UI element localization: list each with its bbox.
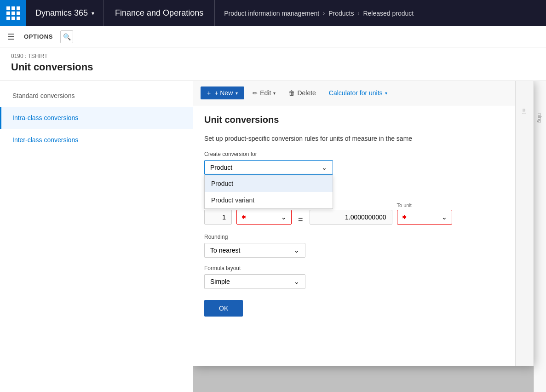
formula-layout-dropdown[interactable]: Simple ⌄ <box>204 274 305 289</box>
far-right-panel: ning <box>534 81 546 392</box>
to-unit-dropdown[interactable]: ✱ ⌄ <box>397 210 452 225</box>
dialog-title: Unit conversions <box>204 115 523 125</box>
formula-layout-label: Formula layout <box>204 265 523 271</box>
breadcrumb-item-2[interactable]: Products <box>328 10 354 17</box>
dialog-subtitle: Set up product-specific conversion rules… <box>204 134 523 144</box>
breadcrumb-item-3[interactable]: Released product <box>363 10 414 17</box>
finance-label: Finance and Operations <box>115 8 203 18</box>
from-value-group <box>204 210 232 225</box>
equals-sign: = <box>296 215 305 225</box>
rounding-group: Rounding To nearest ⌄ <box>204 234 523 258</box>
delete-icon: 🗑 <box>288 89 295 97</box>
sidebar-item-inter[interactable]: Inter-class conversions <box>0 129 193 151</box>
finance-nav-item[interactable]: Finance and Operations <box>104 0 215 26</box>
delete-button[interactable]: 🗑 Delete <box>284 86 320 99</box>
create-conversion-group: Create conversion for Product ⌄ Product <box>204 151 523 175</box>
rounding-label: Rounding <box>204 234 523 240</box>
formula-layout-group: Formula layout Simple ⌄ <box>204 265 523 289</box>
search-icon: 🔍 <box>63 33 71 40</box>
from-unit-asterisk: ✱ <box>241 214 246 220</box>
page-title: Unit conversions <box>11 61 535 73</box>
option-product[interactable]: Product <box>205 175 333 192</box>
from-value-input[interactable] <box>204 210 232 225</box>
dynamics-label: Dynamics 365 <box>35 8 88 18</box>
dropdown-selected-value: Product <box>210 164 232 171</box>
create-conversion-label: Create conversion for <box>204 151 523 157</box>
breadcrumb-item-1[interactable]: Product information management <box>224 10 319 17</box>
edit-button-label: Edit <box>260 89 271 97</box>
rounding-dropdown[interactable]: To nearest ⌄ <box>204 243 305 258</box>
rounding-chevron-icon: ⌄ <box>294 247 299 254</box>
calculator-button-label: Calculator for units <box>329 89 383 97</box>
ok-button-label: OK <box>219 305 228 312</box>
edit-chevron-icon: ▾ <box>273 91 276 96</box>
options-menu-label[interactable]: OPTIONS <box>24 33 53 40</box>
new-button-label: + New <box>214 89 233 97</box>
hamburger-icon[interactable]: ☰ <box>7 32 15 42</box>
main-panel: + + New ▾ ✏ Edit ▾ 🗑 Delete Calculato <box>193 81 546 392</box>
top-navigation: Dynamics 365 ▾ Finance and Operations Pr… <box>0 0 546 26</box>
left-navigation: Standard conversions Intra-class convers… <box>0 81 193 392</box>
from-unit-dropdown[interactable]: ✱ ⌄ <box>236 210 292 225</box>
new-chevron-icon: ▾ <box>236 91 238 96</box>
sidebar-item-intra[interactable]: Intra-class conversions <box>0 107 193 129</box>
breadcrumb: Product information management › Product… <box>215 10 423 17</box>
dropdown-list: Product Product variant <box>204 175 333 209</box>
dialog-content: Unit conversions Set up product-specific… <box>193 105 534 326</box>
plus-icon: + <box>207 89 211 97</box>
right-panel-unit-label: nit <box>522 109 527 114</box>
toolbar: ☰ OPTIONS 🔍 <box>0 26 546 47</box>
rounding-value: To nearest <box>210 247 240 254</box>
apps-button[interactable] <box>0 0 26 26</box>
dropdown-chevron-icon: ⌄ <box>322 164 327 171</box>
far-right-label: ning <box>537 113 543 123</box>
edit-icon: ✏ <box>253 90 258 97</box>
edit-button[interactable]: ✏ Edit ▾ <box>248 86 280 99</box>
right-panel-hint: nit <box>515 81 534 366</box>
formula-layout-value: Simple <box>210 278 230 285</box>
search-button[interactable]: 🔍 <box>60 30 73 43</box>
to-value-group <box>310 210 392 225</box>
apps-grid-icon <box>6 6 20 20</box>
to-unit-group: To unit ✱ ⌄ <box>397 202 452 225</box>
dynamics-nav-item[interactable]: Dynamics 365 ▾ <box>26 0 104 26</box>
ok-button[interactable]: OK <box>204 300 243 317</box>
breadcrumb-chevron-1: › <box>323 10 325 17</box>
dynamics-chevron-icon: ▾ <box>92 10 94 17</box>
delete-button-label: Delete <box>297 89 316 97</box>
dialog-overlay: + + New ▾ ✏ Edit ▾ 🗑 Delete Calculato <box>193 81 546 392</box>
create-conversion-dropdown-container: Product ⌄ Product Product variant <box>204 160 333 175</box>
calculator-button[interactable]: Calculator for units ▾ <box>324 86 392 99</box>
to-unit-label: To unit <box>397 202 452 208</box>
page-breadcrumb: 0190 : TSHIRT <box>11 53 535 59</box>
to-value-input[interactable] <box>310 210 392 225</box>
option-product-variant[interactable]: Product variant <box>205 192 333 208</box>
content-area: Standard conversions Intra-class convers… <box>0 81 546 392</box>
to-unit-chevron-icon: ⌄ <box>442 213 447 221</box>
dialog-toolbar: + + New ▾ ✏ Edit ▾ 🗑 Delete Calculato <box>193 81 534 105</box>
to-unit-asterisk: ✱ <box>402 214 407 220</box>
new-button[interactable]: + + New ▾ <box>201 86 244 99</box>
formula-layout-chevron-icon: ⌄ <box>294 278 299 285</box>
page-header: 0190 : TSHIRT Unit conversions <box>0 47 546 81</box>
dialog-panel: + + New ▾ ✏ Edit ▾ 🗑 Delete Calculato <box>193 81 534 366</box>
from-unit-chevron-icon: ⌄ <box>281 213 287 221</box>
breadcrumb-chevron-2: › <box>357 10 359 17</box>
calculator-chevron-icon: ▾ <box>385 91 387 96</box>
sidebar-item-standard[interactable]: Standard conversions <box>0 85 193 107</box>
create-conversion-dropdown[interactable]: Product ⌄ <box>204 160 333 175</box>
